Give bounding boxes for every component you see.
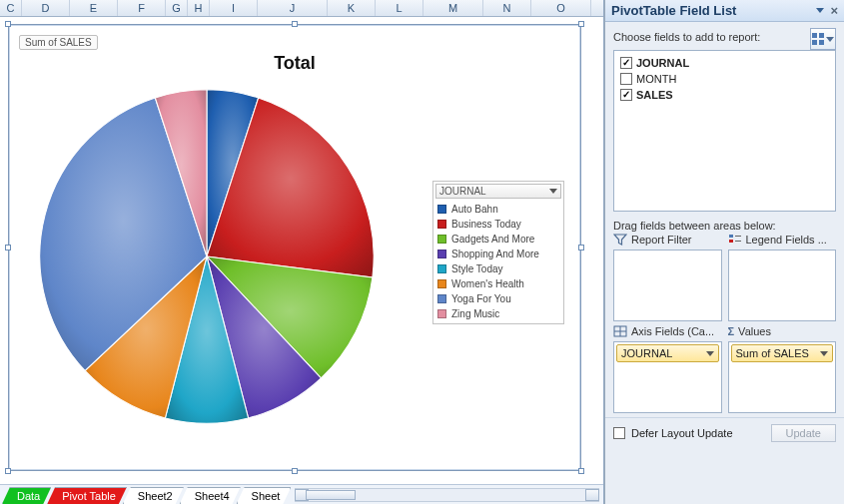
legend-header-label: JOURNAL bbox=[439, 186, 486, 197]
svg-rect-1 bbox=[819, 33, 824, 38]
funnel-icon bbox=[613, 234, 627, 246]
sheet-tab-bar: DataPivot TableSheet2Sheet4Sheet bbox=[0, 484, 603, 504]
legend-swatch bbox=[437, 220, 446, 229]
legend-fields-dropzone[interactable] bbox=[728, 250, 837, 321]
column-header[interactable]: I bbox=[210, 0, 258, 16]
column-header[interactable]: E bbox=[70, 0, 118, 16]
column-header[interactable]: M bbox=[423, 0, 483, 16]
chevron-down-icon bbox=[826, 37, 834, 42]
field-label: SALES bbox=[636, 89, 673, 101]
sheet-tab[interactable]: Sheet bbox=[237, 487, 292, 504]
svg-rect-3 bbox=[819, 40, 824, 45]
legend-swatch bbox=[437, 309, 446, 318]
legend-icon bbox=[728, 234, 742, 246]
chart-field-button[interactable]: Sum of SALES bbox=[19, 35, 98, 50]
sigma-icon: Σ bbox=[728, 325, 735, 337]
layout-options-button[interactable] bbox=[810, 28, 836, 50]
legend-label: Zing Music bbox=[451, 308, 499, 319]
field-list-item[interactable]: MONTH bbox=[620, 71, 829, 87]
legend-item[interactable]: Shopping And More bbox=[435, 247, 561, 261]
column-header[interactable]: J bbox=[258, 0, 328, 16]
report-filter-dropzone[interactable] bbox=[613, 250, 722, 321]
legend-swatch bbox=[437, 205, 446, 214]
svg-rect-0 bbox=[812, 33, 817, 38]
legend-swatch bbox=[437, 264, 446, 273]
sheet-tab[interactable]: Sheet4 bbox=[180, 487, 241, 504]
column-header[interactable]: G bbox=[166, 0, 188, 16]
chevron-down-icon bbox=[816, 8, 824, 13]
pivot-chart-frame[interactable]: Sum of SALES Total JOURNAL Auto BahnBusi… bbox=[8, 24, 581, 471]
area-header-legend: Legend Fields ... bbox=[728, 234, 837, 246]
values-field-pill-sum-sales[interactable]: Sum of SALES bbox=[731, 344, 834, 362]
horizontal-scrollbar[interactable] bbox=[295, 488, 599, 502]
column-header[interactable]: H bbox=[188, 0, 210, 16]
resize-handle[interactable] bbox=[578, 21, 584, 27]
resize-handle[interactable] bbox=[578, 468, 584, 474]
axis-icon bbox=[613, 325, 627, 337]
field-checkbox[interactable] bbox=[620, 89, 632, 101]
worksheet-area: CDEFGHIJKLMNO Sum of SALES Total JOURNAL bbox=[0, 0, 604, 504]
column-header[interactable]: N bbox=[483, 0, 531, 16]
column-headers: CDEFGHIJKLMNO bbox=[0, 0, 603, 17]
chart-legend: JOURNAL Auto BahnBusiness TodayGadgets A… bbox=[432, 181, 564, 324]
legend-item[interactable]: Auto Bahn bbox=[435, 202, 561, 217]
svg-rect-4 bbox=[729, 235, 733, 238]
values-dropzone[interactable]: Sum of SALES bbox=[728, 341, 837, 413]
column-header[interactable]: F bbox=[118, 0, 166, 16]
resize-handle[interactable] bbox=[292, 468, 298, 474]
svg-rect-2 bbox=[812, 40, 817, 45]
legend-swatch bbox=[437, 235, 446, 244]
drag-areas-label: Drag fields between areas below: bbox=[605, 216, 844, 234]
pivot-field-list-pane: PivotTable Field List × Choose fields to… bbox=[604, 0, 844, 504]
resize-handle[interactable] bbox=[578, 245, 584, 251]
legend-label: Shopping And More bbox=[451, 249, 539, 259]
sheet-tab[interactable]: Pivot Table bbox=[47, 487, 127, 504]
svg-rect-5 bbox=[729, 240, 733, 243]
resize-handle[interactable] bbox=[5, 245, 11, 251]
chevron-down-icon bbox=[706, 351, 714, 356]
resize-handle[interactable] bbox=[5, 21, 11, 27]
resize-handle[interactable] bbox=[292, 21, 298, 27]
legend-item[interactable]: Zing Music bbox=[435, 306, 561, 321]
scroll-thumb[interactable] bbox=[306, 490, 356, 500]
legend-swatch bbox=[437, 250, 446, 258]
field-checkbox[interactable] bbox=[620, 73, 632, 85]
resize-handle[interactable] bbox=[5, 468, 11, 474]
legend-item[interactable]: Gadgets And More bbox=[435, 232, 561, 247]
column-header[interactable]: K bbox=[328, 0, 376, 16]
update-button[interactable]: Update bbox=[771, 424, 836, 442]
column-header[interactable]: D bbox=[22, 0, 70, 16]
chart-title: Total bbox=[15, 53, 574, 74]
legend-label: Style Today bbox=[451, 263, 503, 274]
field-label: MONTH bbox=[636, 73, 676, 85]
pie-chart[interactable] bbox=[31, 81, 383, 432]
legend-item[interactable]: Yoga For You bbox=[435, 291, 561, 306]
area-header-axis: Axis Fields (Ca... bbox=[613, 325, 722, 337]
pane-titlebar[interactable]: PivotTable Field List × bbox=[605, 0, 844, 22]
legend-label: Business Today bbox=[451, 219, 521, 230]
legend-item[interactable]: Style Today bbox=[435, 261, 561, 276]
choose-fields-label: Choose fields to add to report: bbox=[613, 31, 760, 43]
chevron-down-icon bbox=[549, 189, 557, 194]
field-list-item[interactable]: JOURNAL bbox=[620, 55, 829, 71]
close-icon[interactable]: × bbox=[830, 3, 838, 18]
legend-filter-dropdown[interactable]: JOURNAL bbox=[435, 184, 561, 199]
sheet-tab[interactable]: Sheet2 bbox=[123, 487, 184, 504]
scroll-right-button[interactable] bbox=[585, 489, 599, 501]
defer-layout-checkbox[interactable] bbox=[613, 427, 625, 439]
column-header[interactable]: O bbox=[531, 0, 591, 16]
legend-label: Gadgets And More bbox=[451, 234, 534, 245]
column-header[interactable]: L bbox=[376, 0, 423, 16]
field-list[interactable]: JOURNALMONTHSALES bbox=[613, 50, 836, 212]
column-header[interactable]: C bbox=[0, 0, 22, 16]
field-list-item[interactable]: SALES bbox=[620, 87, 829, 103]
axis-fields-dropzone[interactable]: JOURNAL bbox=[613, 341, 722, 413]
chevron-down-icon bbox=[820, 351, 828, 356]
sheet-tab[interactable]: Data bbox=[2, 487, 51, 504]
axis-field-pill-journal[interactable]: JOURNAL bbox=[616, 344, 719, 362]
legend-item[interactable]: Women's Health bbox=[435, 276, 561, 291]
field-checkbox[interactable] bbox=[620, 57, 632, 69]
legend-swatch bbox=[437, 279, 446, 288]
legend-label: Yoga For You bbox=[451, 293, 511, 304]
legend-item[interactable]: Business Today bbox=[435, 217, 561, 232]
